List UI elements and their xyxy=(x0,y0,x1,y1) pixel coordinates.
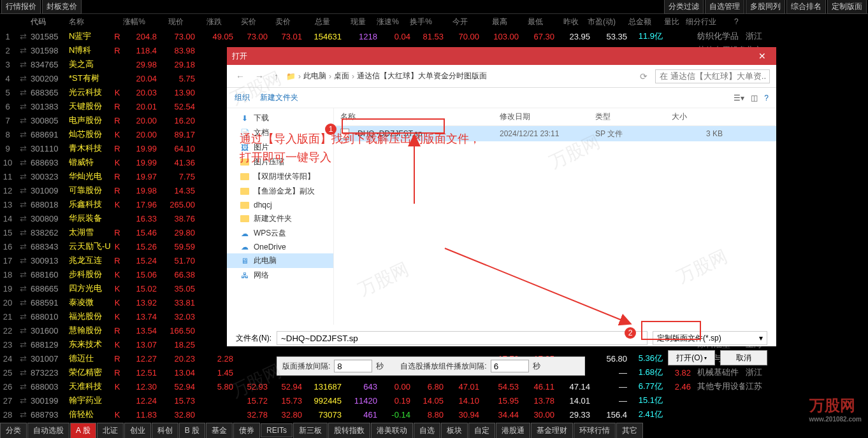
header-12[interactable]: 最高 xyxy=(472,17,511,27)
breadcrumb[interactable]: 📁 › 此电脑 › 桌面 › 通达信【大红球】大单资金分时图版面 xyxy=(286,71,632,81)
tab-综合排名[interactable]: 综合排名 xyxy=(786,0,826,14)
header-4[interactable]: 涨跌 xyxy=(187,17,226,27)
dialog-titlebar: 打开 ✕ xyxy=(227,47,776,65)
filename-label: 文件名(N): xyxy=(236,333,271,344)
search-input[interactable] xyxy=(655,69,770,83)
annotation-marker-1: 1 xyxy=(325,124,336,135)
sidebar-item[interactable]: 图片压缩 xyxy=(227,155,333,169)
view-icon[interactable]: ☰▾ xyxy=(734,94,744,102)
bottom-tab[interactable]: 创业 xyxy=(124,423,151,439)
watermark-logo: 万股网 www.201082.com xyxy=(809,395,862,423)
header-9[interactable]: 涨速% xyxy=(370,17,403,27)
top-tab-bar: 行情报价封板竞价 分类过滤自选管理多股同列综合排名定制版面 xyxy=(0,0,868,14)
bottom-tab[interactable]: 基金理财 xyxy=(531,423,573,439)
bottom-tab[interactable]: 北证 xyxy=(97,423,124,439)
stock-row[interactable]: 28 ⇄ 688793 倍轻松 K 11.83 32.80 32.78 32.8… xyxy=(0,407,868,421)
folder-icon: 📁 xyxy=(286,72,296,81)
header-0[interactable]: 代码 xyxy=(31,17,69,27)
preview-pane-icon[interactable]: ◫ xyxy=(751,94,758,102)
sidebar-item[interactable]: ☁OneDrive xyxy=(227,241,333,253)
refresh-icon[interactable]: ⟳ xyxy=(637,70,650,83)
header-1[interactable]: 名称 xyxy=(69,17,113,27)
chevron-down-icon: ▾ xyxy=(759,334,763,343)
sidebar-item[interactable]: ⬇下载 xyxy=(227,111,333,125)
tab-定制版面[interactable]: 定制版面 xyxy=(827,0,867,14)
header-last[interactable]: ? xyxy=(733,17,761,26)
bottom-tab[interactable]: 自定 xyxy=(468,423,495,439)
tab-多股同列[interactable]: 多股同列 xyxy=(746,0,785,14)
sidebar-item[interactable]: 🖼图片 xyxy=(227,140,333,155)
sidebar-item[interactable]: 🖥此电脑 xyxy=(227,253,333,268)
bottom-tab[interactable]: A 股 xyxy=(70,423,96,439)
header-15[interactable]: 市盈(动) xyxy=(582,17,619,27)
filename-input[interactable] xyxy=(277,331,647,345)
open-button[interactable]: 打开(O)▾ xyxy=(668,350,715,365)
bottom-tab[interactable]: 科创 xyxy=(152,423,178,439)
header-17[interactable]: 量比 xyxy=(655,17,683,27)
header-13[interactable]: 最低 xyxy=(511,17,547,27)
sidebar-item[interactable]: 🖧网络 xyxy=(227,268,333,283)
sidebar-item[interactable]: 【双阴埋伏等阳】 xyxy=(227,169,333,184)
tab-封板竞价[interactable]: 封板竞价 xyxy=(42,0,82,14)
annotation-box-2 xyxy=(641,321,701,340)
bottom-tab[interactable]: 分类 xyxy=(0,423,27,439)
up-icon[interactable]: ↑ xyxy=(271,70,281,83)
bottom-tab[interactable]: 自动选股 xyxy=(27,423,69,439)
file-list-pane: 名称 修改日期 类型 大小 ~DHQ~DDZJFST.sp2024/12/21 … xyxy=(334,108,776,325)
bottom-tab[interactable]: 债券 xyxy=(233,423,260,439)
bottom-tab[interactable]: 新三板 xyxy=(293,423,328,439)
forward-icon[interactable]: → xyxy=(252,70,266,83)
header-10[interactable]: 换手% xyxy=(403,17,436,27)
header-date[interactable]: 修改日期 xyxy=(500,111,595,122)
tab-自选管理[interactable]: 自选管理 xyxy=(705,0,744,14)
header-5[interactable]: 买价 xyxy=(226,17,260,27)
bottom-tab-bar: 分类自动选股A 股北证创业科创B 股基金债券REITs新三板股转指数港美联动自选… xyxy=(0,423,868,438)
bottom-tab[interactable]: 环球行情 xyxy=(574,423,616,439)
close-icon[interactable]: ✕ xyxy=(753,47,771,65)
dialog-sidebar: ⬇下载📄文档🖼图片图片压缩【双阴埋伏等阳】【鱼游金龙】副次dhqcj新建文件夹☁… xyxy=(227,108,334,325)
annotation-box-1 xyxy=(342,118,445,134)
help-icon[interactable]: ? xyxy=(764,94,769,102)
back-icon[interactable]: ← xyxy=(233,70,247,83)
annotation-marker-2: 2 xyxy=(625,327,636,339)
file-open-dialog: 打开 ✕ ← → ↑ 📁 › 此电脑 › 桌面 › 通达信【大红球】大单资金分时… xyxy=(227,47,776,346)
bottom-tab[interactable]: 港股通 xyxy=(496,423,530,439)
dialog-title: 打开 xyxy=(232,51,247,62)
bottom-tab[interactable]: 自选 xyxy=(414,423,440,439)
tab-分类过滤[interactable]: 分类过滤 xyxy=(664,0,704,14)
header-18[interactable]: 细分行业 xyxy=(683,17,733,27)
header-11[interactable]: 今开 xyxy=(436,17,472,27)
tab-行情报价[interactable]: 行情报价 xyxy=(1,0,41,14)
sidebar-item[interactable]: dhqcj xyxy=(227,199,333,211)
header-3[interactable]: 现价 xyxy=(149,17,187,27)
header-2[interactable]: 涨幅% xyxy=(113,17,149,27)
bottom-tab[interactable]: B 股 xyxy=(179,423,205,439)
dialog-toolbar: 组织 新建文件夹 ☰▾ ◫ ? xyxy=(227,88,776,108)
sidebar-item[interactable]: 📄文档 xyxy=(227,125,333,140)
header-type[interactable]: 类型 xyxy=(595,111,672,122)
header-8[interactable]: 现量 xyxy=(334,17,370,27)
bottom-tab[interactable]: REITs xyxy=(261,423,293,437)
header-14[interactable]: 昨收 xyxy=(547,17,582,27)
new-folder-button[interactable]: 新建文件夹 xyxy=(260,92,298,103)
sidebar-item[interactable]: ☁WPS云盘 xyxy=(227,226,333,241)
stock-row[interactable]: 27 ⇄ 300199 翰宇药业 12.24 15.73 15.72 15.73… xyxy=(0,393,868,407)
bottom-tab[interactable]: 港美联动 xyxy=(371,423,413,439)
sidebar-item[interactable]: 新建文件夹 xyxy=(227,211,333,226)
sidebar-item[interactable]: 【鱼游金龙】副次 xyxy=(227,184,333,199)
bottom-tab[interactable]: 股转指数 xyxy=(328,423,370,439)
bottom-tab[interactable]: 基金 xyxy=(206,423,233,439)
organize-button[interactable]: 组织 xyxy=(235,92,250,103)
bottom-tab[interactable]: 板块 xyxy=(441,423,468,439)
header-6[interactable]: 卖价 xyxy=(260,17,294,27)
cancel-button[interactable]: 取消 xyxy=(720,350,767,365)
stock-row[interactable]: 26 ⇄ 688003 天准科技 K 12.30 52.94 5.80 52.9… xyxy=(0,379,868,393)
header-size[interactable]: 大小 xyxy=(672,111,723,122)
stock-row[interactable]: 1 ⇄ 301585 N蓝宇 R 204.8 73.00 49.05 73.00… xyxy=(0,29,868,43)
bottom-tab[interactable]: 其它 xyxy=(616,423,643,439)
header-7[interactable]: 总量 xyxy=(294,17,334,27)
dialog-nav: ← → ↑ 📁 › 此电脑 › 桌面 › 通达信【大红球】大单资金分时图版面 ⟳ xyxy=(227,65,776,88)
header-16[interactable]: 总金额 xyxy=(619,17,655,27)
